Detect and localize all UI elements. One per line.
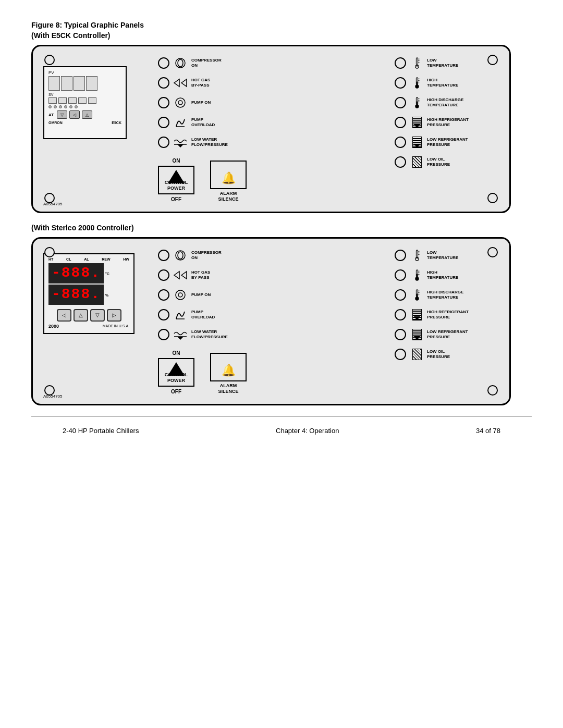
control-power-block: ON CONTROLPOWER OFF (158, 158, 194, 202)
alarm-high-temp: HIGHTEMPERATURE (395, 76, 499, 90)
on-label-1: ON (173, 158, 180, 164)
svg-point-1 (178, 59, 183, 67)
sterlco-controller-area: HT CL AL REW HW -888. -888. °C % (43, 248, 158, 394)
alarm-silence-block-2: 🔔 ALARMSILENCE (210, 353, 247, 394)
sterlco-line1: -888. (48, 263, 104, 283)
sterlco-btn-right[interactable]: ▷ (107, 309, 121, 322)
e5ck-pv-label: PV (48, 70, 121, 75)
e5ck-small-5 (88, 97, 96, 104)
e5ck-btn-mode[interactable]: ◁ (69, 110, 80, 119)
panel-code-1: A0554705 (43, 202, 62, 206)
sterlco-footer: 2000 MADE IN U.S.A. (48, 324, 129, 329)
e5ck-buttons: AT ▽ ◁ △ (48, 110, 121, 119)
ind-icon2-hotgas (172, 268, 189, 282)
e5ck-led-1 (48, 105, 52, 108)
alarm-label-low-temp: LOWTEMPERATURE (427, 58, 458, 68)
e5ck-brand: OMRON (48, 121, 63, 125)
alarm-circle2-low-ref (395, 329, 406, 340)
alarm-silence-label-2: ALARMSILENCE (218, 383, 238, 394)
ind-label2-lowwater: LOW WATERFLOW/PRESSURE (191, 329, 233, 339)
ind-circle-overload (158, 117, 169, 128)
ind-icon2-overload (172, 307, 189, 322)
e5ck-led-5 (69, 105, 72, 108)
panel1-indicators-right: LOWTEMPERATURE (395, 56, 499, 202)
control-power-box[interactable]: CONTROLPOWER (158, 166, 194, 194)
sterlco-buttons: ◁ △ ▽ ▷ (48, 309, 129, 322)
sterlco-cl: CL (66, 257, 71, 261)
sterlco-top-row: HT CL AL REW HW (48, 257, 129, 261)
alarm-circle-high-discharge (395, 97, 406, 108)
panel2-right: COMPRESSORON HOT GASBY-PASS (158, 248, 499, 394)
on-label-2: ON (173, 350, 180, 356)
alarm-low-ref-pressure: LOW REFRIGERANTPRESSURE (395, 135, 499, 150)
sterlco-display-wrapper: -888. -888. °C % (48, 263, 129, 306)
alarm-label2-low-temp: LOWTEMPERATURE (427, 250, 458, 260)
e5ck-btn-down[interactable]: ▽ (57, 110, 67, 119)
ind-label2-compressor: COMPRESSORON (191, 250, 233, 260)
bottom-controls-1: ON CONTROLPOWER OFF 🔔 (158, 158, 384, 202)
ind-circle-compressor (158, 57, 169, 69)
e5ck-btn-up[interactable]: △ (82, 110, 92, 119)
sterlco-unit-c: °C (105, 272, 109, 276)
e5ck-small-1 (48, 97, 57, 104)
figure-title: Figure 8: Typical Graphic Panels (31, 21, 532, 29)
ind-label-pump: PUMP ON (191, 100, 233, 105)
alarm-label-high-ref: HIGH REFRIGERANTPRESSURE (427, 117, 469, 127)
alarm-silence-box[interactable]: 🔔 (210, 161, 247, 189)
control-power-block-2: ON CONTROLPOWER OFF (158, 350, 194, 394)
svg-point-26 (178, 252, 183, 259)
page: Figure 8: Typical Graphic Panels (With E… (0, 0, 563, 450)
corner-circle-tr-1 (487, 55, 498, 65)
e5ck-sv-row: SV (48, 93, 121, 96)
ind-label-lowwater: LOW WATERFLOW/PRESSURE (191, 137, 233, 147)
alarm-circle-high-temp (395, 77, 406, 89)
alarm-low-temp: LOWTEMPERATURE (395, 56, 499, 70)
control-power-box-2[interactable]: CONTROLPOWER (158, 358, 194, 387)
e5ck-small-2 (58, 97, 67, 104)
e5ck-controller-box: PV SV (43, 66, 127, 139)
e5ck-controller-area: PV SV (43, 56, 158, 202)
alarm-silence-box-2[interactable]: 🔔 (210, 353, 247, 381)
panel2-subtitle: (With Sterlco 2000 Controller) (31, 224, 532, 232)
corner-circle-tl-2 (44, 247, 55, 257)
alarm-label-high-temp: HIGHTEMPERATURE (427, 78, 458, 88)
alarm-icon-low-ref (409, 135, 425, 150)
off-label-2: OFF (171, 389, 181, 394)
sterlco-btn-left[interactable]: ◁ (57, 309, 71, 322)
alarm-label2-high-temp: HIGHTEMPERATURE (427, 270, 458, 280)
alarm-label2-high-ref: HIGH REFRIGERANTPRESSURE (427, 310, 469, 319)
e5ck-digit-3 (74, 76, 85, 91)
panel1-indicators-left: COMPRESSORON HOT GASBY-PASS (158, 56, 384, 202)
svg-rect-32 (416, 250, 418, 257)
panel2-indicators-left: COMPRESSORON HOT GASBY-PASS (158, 248, 384, 394)
svg-point-27 (176, 290, 185, 300)
sterlco-controller-box: HT CL AL REW HW -888. -888. °C % (43, 253, 134, 334)
sterlco-unit-pct: % (105, 293, 109, 297)
alarm-icon2-high-discharge (409, 288, 425, 302)
ind-icon-compressor (172, 56, 189, 70)
e5ck-digits (48, 76, 121, 91)
sterlco-display: -888. -888. (48, 263, 104, 306)
ind-circle-pump (158, 97, 169, 108)
sterlco-btn-up[interactable]: △ (74, 309, 88, 322)
sterlco-btn-down[interactable]: ▽ (90, 309, 105, 322)
e5ck-digit-2 (61, 76, 72, 91)
corner-circle-tl-1 (44, 55, 55, 65)
sterlco-hw: HW (123, 257, 129, 261)
panel1-right: COMPRESSORON HOT GASBY-PASS (158, 56, 499, 202)
ind-circle-hotgas (158, 77, 169, 89)
alarm-circle-high-ref (395, 117, 406, 128)
bottom-controls-2: ON CONTROLPOWER OFF 🔔 (158, 350, 384, 394)
indicator2-compressor: COMPRESSORON (158, 248, 384, 263)
svg-point-28 (178, 293, 182, 297)
panel2-content: HT CL AL REW HW -888. -888. °C % (43, 248, 499, 394)
indicator2-pump: PUMP ON (158, 288, 384, 302)
indicator-lowwater: LOW WATERFLOW/PRESSURE (158, 135, 384, 150)
ind-icon2-pump (172, 288, 189, 302)
indicator-hotgas: HOT GASBY-PASS (158, 76, 384, 90)
alarm-silence-funnel-icon: 🔔 (222, 171, 236, 185)
alarm2-high-discharge: HIGH DISCHARGETEMPERATURE (395, 288, 499, 302)
alarm2-low-oil: LOW OILPRESSURE (395, 347, 499, 362)
alarm-icon2-high-temp (409, 268, 425, 282)
ind-icon-lowwater (172, 135, 189, 150)
